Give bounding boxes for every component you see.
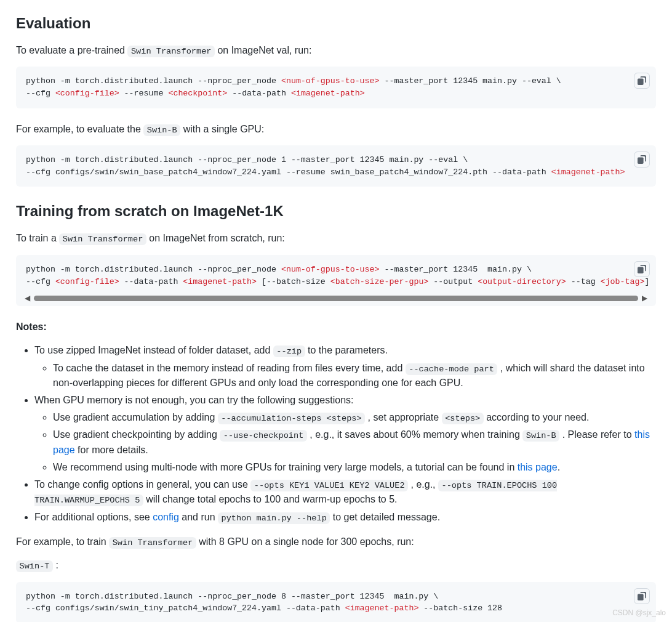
- copy-button[interactable]: [634, 151, 650, 168]
- inline-code: Swin Transformer: [109, 537, 196, 549]
- inline-code: <steps>: [442, 413, 484, 424]
- code-block: python -m torch.distributed.launch --npr…: [16, 255, 656, 306]
- text: For example, to evaluate the: [16, 124, 143, 134]
- inline-code: Swin-T: [16, 560, 53, 572]
- list-item: To cache the dataset in the memory inste…: [53, 361, 656, 390]
- text: with 8 GPU on a single node for 300 epoc…: [196, 536, 414, 547]
- code-block: python -m torch.distributed.launch --npr…: [16, 145, 656, 187]
- inline-code: --use-checkpoint: [220, 430, 307, 442]
- inline-code: --accumulation-steps <steps>: [218, 413, 365, 424]
- list-item: When GPU memory is not enough, you can t…: [34, 393, 656, 475]
- list-item: Use gradient checkpointing by adding --u…: [53, 427, 656, 457]
- code-block: python -m torch.distributed.launch --npr…: [16, 67, 656, 108]
- text: For example, to train: [16, 536, 109, 547]
- code-content: python -m torch.distributed.launch --npr…: [26, 75, 646, 99]
- text: To evaluate a pre-trained Swin Transform…: [16, 43, 656, 58]
- list-item: We recommend using multi-node with more …: [53, 460, 656, 475]
- heading-evaluation: Evaluation: [16, 12, 656, 34]
- text: on ImageNet from scratch, run:: [146, 233, 285, 243]
- model-name: Swin-T :: [16, 558, 656, 573]
- code-block: python -m torch.distributed.launch --npr…: [16, 582, 656, 622]
- text: on ImageNet val, run:: [215, 45, 311, 55]
- inline-code: --opts KEY1 VALUE1 KEY2 VALUE2: [250, 480, 408, 491]
- scroll-right-icon[interactable]: ▶: [642, 293, 647, 304]
- link-config[interactable]: config: [153, 512, 179, 522]
- inline-code: Swin Transformer: [127, 46, 215, 57]
- heading-training: Training from scratch on ImageNet-1K: [16, 200, 656, 222]
- notes-list: To use zipped ImageNet instead of folder…: [16, 343, 656, 525]
- inline-code: python main.py --help: [218, 512, 330, 524]
- copy-icon: [638, 592, 646, 600]
- text: To train a Swin Transformer on ImageNet …: [16, 231, 656, 246]
- scrollbar[interactable]: ◀ ▶: [25, 293, 647, 304]
- copy-button[interactable]: [634, 588, 650, 604]
- notes-header: Notes:: [16, 320, 656, 334]
- link-this-page[interactable]: this page: [518, 462, 558, 472]
- copy-icon: [638, 76, 646, 85]
- code-content: python -m torch.distributed.launch --npr…: [26, 264, 646, 288]
- scroll-left-icon[interactable]: ◀: [25, 293, 30, 304]
- code-content: python -m torch.distributed.launch --npr…: [26, 591, 646, 615]
- inline-code: --cache-mode part: [406, 363, 498, 375]
- inline-code: --zip: [273, 345, 305, 357]
- inline-code: Swin-B: [143, 124, 180, 136]
- text: For example, to train Swin Transformer w…: [16, 535, 656, 549]
- code-content: python -m torch.distributed.launch --npr…: [26, 154, 646, 178]
- inline-code: Swin-B: [522, 430, 559, 442]
- copy-button[interactable]: [634, 261, 650, 277]
- text: For example, to evaluate the Swin-B with…: [16, 122, 656, 137]
- list-item: To change config options in general, you…: [34, 477, 656, 507]
- text: with a single GPU:: [180, 124, 264, 134]
- text: To evaluate a pre-trained: [16, 45, 127, 55]
- scrollbar-track[interactable]: [34, 296, 638, 301]
- copy-icon: [638, 155, 646, 164]
- list-item: To use zipped ImageNet instead of folder…: [34, 343, 656, 390]
- text: To train a: [16, 233, 59, 243]
- list-item: For additional options, see config and r…: [34, 510, 656, 525]
- copy-button[interactable]: [634, 73, 650, 89]
- list-item: Use gradient accumulation by adding --ac…: [53, 410, 656, 425]
- inline-code: Swin Transformer: [59, 233, 146, 245]
- copy-icon: [638, 265, 646, 273]
- watermark: CSDN @sjx_alo: [612, 607, 666, 618]
